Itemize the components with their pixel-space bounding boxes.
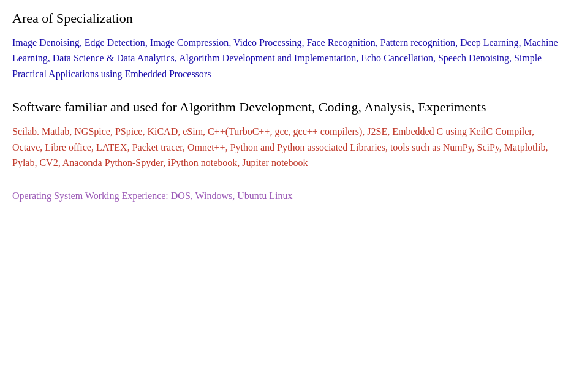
software-content: Scilab. Matlab, NGSpice, PSpice, KiCAD, … — [12, 124, 559, 171]
area-of-specialization-heading: Area of Specialization — [12, 10, 559, 28]
specialization-content: Image Denoising, Edge Detection, Image C… — [12, 35, 559, 82]
software-section: Software familiar and used for Algorithm… — [12, 99, 559, 170]
os-content: Operating System Working Experience: DOS… — [12, 188, 559, 204]
software-heading: Software familiar and used for Algorithm… — [12, 99, 559, 116]
